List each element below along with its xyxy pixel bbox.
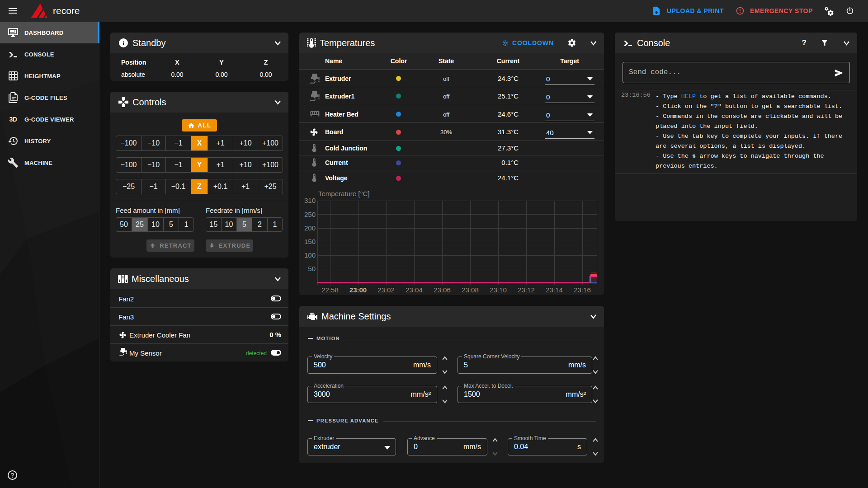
svg-text:200: 200 <box>304 224 316 232</box>
svg-text:23:02: 23:02 <box>377 286 395 294</box>
svg-text:23:06: 23:06 <box>434 286 451 294</box>
svg-text:23:14: 23:14 <box>546 286 563 294</box>
svg-text:23:10: 23:10 <box>490 286 507 294</box>
svg-text:Temperature [°C]: Temperature [°C] <box>318 190 370 197</box>
svg-text:23:00: 23:00 <box>349 286 367 294</box>
svg-text:23:04: 23:04 <box>406 286 423 294</box>
svg-text:23:16: 23:16 <box>574 286 591 294</box>
svg-text:22:58: 22:58 <box>321 286 339 294</box>
svg-text:50: 50 <box>308 265 316 272</box>
svg-text:150: 150 <box>304 238 316 245</box>
svg-text:23:08: 23:08 <box>462 286 479 294</box>
svg-text:23:12: 23:12 <box>518 286 535 294</box>
svg-text:100: 100 <box>304 251 316 259</box>
svg-text:310: 310 <box>304 197 316 204</box>
svg-text:250: 250 <box>304 211 316 218</box>
